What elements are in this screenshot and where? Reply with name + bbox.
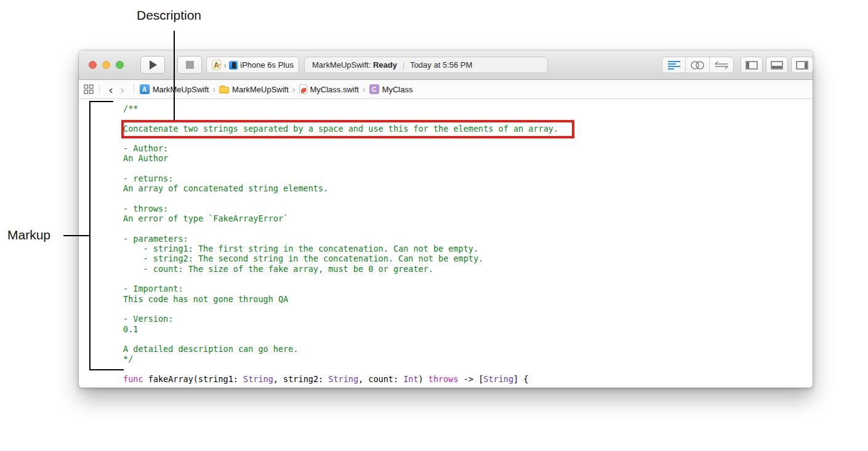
version-editor-button[interactable]	[710, 57, 733, 73]
status-timestamp: Today at 5:56 PM	[410, 60, 472, 70]
code-line: - Author:	[123, 143, 558, 153]
toolbar: A › iPhone 6s Plus MarkMeUpSwift: Ready …	[79, 50, 813, 80]
code-token: -> [	[459, 374, 484, 384]
toggle-navigator-button[interactable]	[741, 57, 763, 73]
run-button[interactable]	[140, 56, 165, 74]
description-callout-label: Description	[137, 8, 201, 23]
zoom-window-button[interactable]	[116, 61, 124, 69]
xcode-window: A › iPhone 6s Plus MarkMeUpSwift: Ready …	[79, 50, 813, 388]
toggle-utilities-button[interactable]	[791, 57, 813, 73]
status-divider: |	[403, 61, 404, 70]
related-items-grid-icon	[84, 84, 94, 94]
breadcrumb-label: MarkMeUpSwift	[232, 85, 289, 94]
code-line: 0.1	[123, 324, 558, 334]
minimize-window-button[interactable]	[102, 61, 110, 69]
jump-bar: ‹ › A MarkMeUpSwift › MarkMeUpSwift › My…	[79, 80, 813, 99]
utilities-panel-icon	[796, 61, 808, 70]
code-line: - count: The size of the fake array, mus…	[123, 264, 558, 274]
code-line	[123, 364, 558, 374]
standard-editor-icon	[668, 61, 680, 70]
code-line: /**	[123, 103, 558, 113]
go-forward-button[interactable]: ›	[116, 84, 127, 95]
navigator-panel-icon	[745, 61, 758, 70]
markup-callout-line	[63, 235, 90, 236]
breadcrumb-group[interactable]: MarkMeUpSwift	[219, 85, 289, 94]
code-line: - Important:	[123, 284, 558, 293]
markup-bracket-line	[89, 101, 90, 370]
code-line: - returns:	[123, 174, 558, 183]
editor-mode-control	[662, 57, 734, 73]
markup-callout-label: Markup	[7, 228, 50, 242]
status-ready: Ready	[373, 60, 397, 70]
jumpbar-separator	[99, 84, 100, 94]
code-line: */	[123, 354, 558, 364]
xcode-app-icon: A	[212, 60, 221, 70]
code-line: - string1: The first string in the conca…	[123, 244, 558, 253]
code-line	[123, 164, 558, 174]
code-token: func	[123, 374, 143, 384]
code-line: - parameters:	[123, 234, 558, 244]
breadcrumb-symbol[interactable]: C MyClass	[369, 84, 413, 94]
breadcrumb-chevron-icon: ›	[292, 84, 295, 94]
jumpbar-separator	[134, 84, 134, 94]
code-token: , string2:	[273, 374, 328, 384]
go-back-button[interactable]: ‹	[105, 84, 116, 95]
activity-viewer: MarkMeUpSwift: Ready | Today at 5:56 PM	[304, 57, 548, 73]
code-line: An Author	[123, 153, 558, 163]
code-block: /** Concatenate two strings separated by…	[123, 103, 558, 384]
code-line: An error of type `FakeArrayError`	[123, 214, 558, 223]
close-window-button[interactable]	[89, 61, 97, 69]
code-line: This code has not gone through QA	[123, 294, 558, 304]
code-line: - Version:	[123, 314, 558, 324]
code-line: - string2: The second string in the conc…	[123, 253, 558, 263]
code-line	[123, 334, 558, 344]
code-token: Int	[403, 374, 418, 384]
breadcrumb-label: MarkMeUpSwift	[153, 85, 209, 94]
folder-icon	[219, 87, 229, 94]
code-token: throws	[428, 374, 459, 384]
breadcrumb-file[interactable]: MyClass.swift	[299, 84, 359, 94]
code-line-func-declaration: func fakeArray(string1: String, string2:…	[123, 374, 558, 384]
scheme-device-label: iPhone 6s Plus	[240, 60, 294, 70]
version-editor-icon	[715, 61, 728, 70]
breadcrumb-label: MyClass	[382, 85, 413, 94]
code-line	[123, 194, 558, 204]
code-line	[123, 224, 558, 234]
debug-area-panel-icon	[771, 61, 783, 70]
breadcrumb-chevron-icon: ›	[212, 84, 215, 94]
breadcrumb-label: MyClass.swift	[310, 85, 359, 94]
stop-icon	[186, 61, 194, 69]
markup-bracket-bottom-tick	[89, 369, 124, 370]
scheme-chevron-icon: ›	[223, 61, 227, 70]
related-items-button[interactable]	[84, 84, 94, 94]
markup-bracket-top-tick	[89, 101, 113, 102]
swift-file-icon	[299, 84, 307, 94]
code-line: A detailed description can go here.	[123, 344, 558, 354]
play-icon	[149, 60, 157, 70]
code-token: ] {	[513, 374, 528, 384]
status-project-state: MarkMeUpSwift: Ready	[312, 60, 397, 70]
code-line	[123, 274, 558, 284]
assistant-editor-icon	[691, 61, 704, 70]
project-icon: A	[140, 84, 150, 94]
scheme-selector[interactable]: A › iPhone 6s Plus	[206, 57, 299, 73]
code-token: String	[328, 374, 358, 384]
code-token: fakeArray(string1:	[143, 374, 244, 384]
code-token: )	[419, 374, 428, 384]
code-token: String	[243, 374, 273, 384]
code-line: An array of concatenated string elements…	[123, 183, 558, 193]
assistant-editor-button[interactable]	[686, 57, 709, 73]
description-callout-line	[174, 31, 175, 121]
code-line	[123, 134, 558, 143]
toggle-debug-area-button[interactable]	[766, 57, 788, 73]
standard-editor-button[interactable]	[662, 57, 686, 73]
code-line: Concatenate two strings separated by a s…	[123, 124, 558, 134]
source-editor[interactable]: /** Concatenate two strings separated by…	[79, 100, 813, 388]
iphone-device-icon	[229, 61, 238, 70]
screenshot-stage: Description Markup A › iPhone 6s Plus	[0, 0, 868, 451]
code-line	[123, 113, 558, 123]
stop-button[interactable]	[177, 56, 202, 74]
code-token: , count:	[358, 374, 403, 384]
class-icon: C	[369, 84, 379, 94]
code-line	[123, 304, 558, 314]
